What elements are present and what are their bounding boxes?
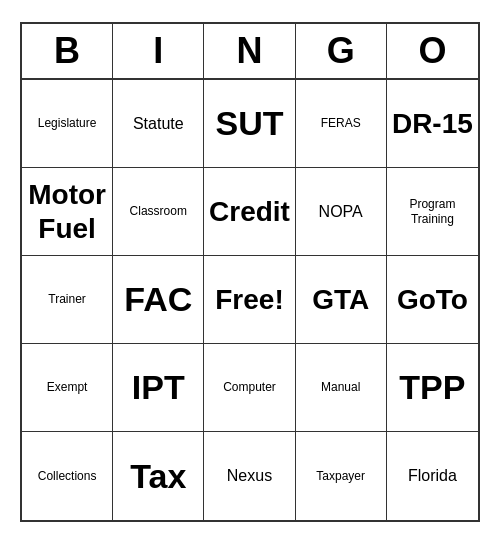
grid-cell-15: Exempt: [22, 344, 113, 432]
grid-cell-16: IPT: [113, 344, 204, 432]
cell-label: DR-15: [392, 107, 473, 141]
grid-cell-13: GTA: [296, 256, 387, 344]
header-cell: G: [296, 24, 387, 78]
grid-cell-18: Manual: [296, 344, 387, 432]
grid-cell-20: Collections: [22, 432, 113, 520]
grid-cell-21: Tax: [113, 432, 204, 520]
grid-cell-2: SUT: [204, 80, 295, 168]
header-cell: N: [204, 24, 295, 78]
cell-label: GoTo: [397, 283, 468, 317]
cell-label: Statute: [133, 114, 184, 133]
cell-label: SUT: [215, 103, 283, 144]
grid-cell-4: DR-15: [387, 80, 478, 168]
grid-cell-1: Statute: [113, 80, 204, 168]
cell-label: Trainer: [48, 292, 86, 306]
cell-label: FERAS: [321, 116, 361, 130]
header-cell: I: [113, 24, 204, 78]
grid-cell-14: GoTo: [387, 256, 478, 344]
header-cell: B: [22, 24, 113, 78]
grid-cell-3: FERAS: [296, 80, 387, 168]
bingo-grid: LegislatureStatuteSUTFERASDR-15Motor Fue…: [22, 80, 478, 520]
grid-cell-6: Classroom: [113, 168, 204, 256]
cell-label: FAC: [124, 279, 192, 320]
grid-cell-7: Credit: [204, 168, 295, 256]
cell-label: Legislature: [38, 116, 97, 130]
bingo-header: BINGO: [22, 24, 478, 80]
grid-cell-24: Florida: [387, 432, 478, 520]
grid-cell-19: TPP: [387, 344, 478, 432]
grid-cell-9: Program Training: [387, 168, 478, 256]
cell-label: Free!: [215, 283, 283, 317]
cell-label: Nexus: [227, 466, 272, 485]
cell-label: Tax: [130, 456, 186, 497]
grid-cell-8: NOPA: [296, 168, 387, 256]
grid-cell-5: Motor Fuel: [22, 168, 113, 256]
grid-cell-0: Legislature: [22, 80, 113, 168]
cell-label: Credit: [209, 195, 290, 229]
cell-label: TPP: [399, 367, 465, 408]
cell-label: Manual: [321, 380, 360, 394]
cell-label: Classroom: [130, 204, 187, 218]
cell-label: Taxpayer: [316, 469, 365, 483]
cell-label: GTA: [312, 283, 369, 317]
cell-label: Motor Fuel: [26, 178, 108, 245]
cell-label: Exempt: [47, 380, 88, 394]
cell-label: Florida: [408, 466, 457, 485]
grid-cell-23: Taxpayer: [296, 432, 387, 520]
grid-cell-12: Free!: [204, 256, 295, 344]
grid-cell-17: Computer: [204, 344, 295, 432]
cell-label: Computer: [223, 380, 276, 394]
cell-label: IPT: [132, 367, 185, 408]
grid-cell-11: FAC: [113, 256, 204, 344]
cell-label: Program Training: [391, 197, 474, 226]
cell-label: NOPA: [319, 202, 363, 221]
grid-cell-10: Trainer: [22, 256, 113, 344]
header-cell: O: [387, 24, 478, 78]
cell-label: Collections: [38, 469, 97, 483]
bingo-card: BINGO LegislatureStatuteSUTFERASDR-15Mot…: [20, 22, 480, 522]
grid-cell-22: Nexus: [204, 432, 295, 520]
